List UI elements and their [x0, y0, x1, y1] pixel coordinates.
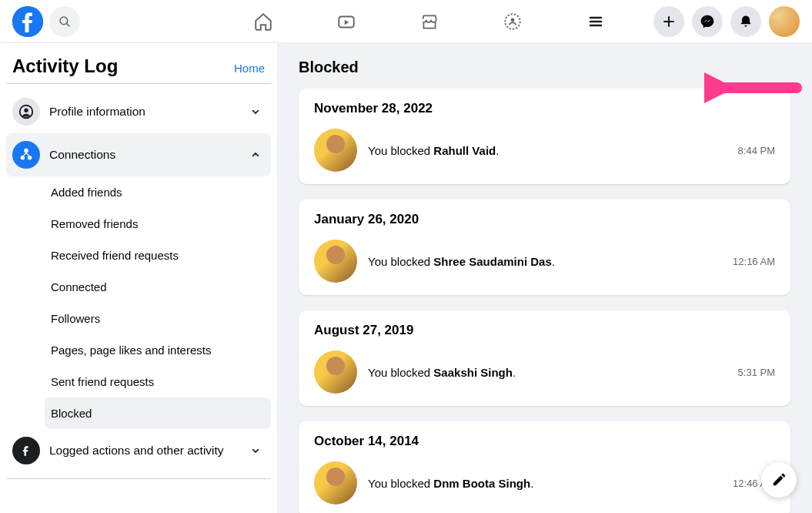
nav-marketplace[interactable] — [391, 3, 468, 40]
entry-time: 8:44 PM — [738, 145, 775, 156]
notifications-button[interactable] — [730, 6, 761, 37]
create-button[interactable] — [653, 6, 684, 37]
facebook-logo[interactable] — [12, 6, 43, 37]
sidebar-label: Logged actions and other activity — [49, 443, 240, 458]
logged-actions-icon — [12, 437, 40, 464]
svg-point-13 — [24, 149, 28, 153]
sub-item-sent-requests[interactable]: Sent friend requests — [45, 366, 271, 397]
entry-avatar[interactable] — [314, 240, 357, 283]
top-nav — [0, 0, 812, 43]
messenger-icon — [700, 14, 715, 29]
nav-watch[interactable] — [308, 3, 385, 40]
svg-line-17 — [26, 153, 29, 156]
groups-icon — [503, 12, 523, 32]
profile-icon — [12, 98, 40, 126]
marketplace-icon — [419, 12, 439, 32]
page-title: Blocked — [299, 59, 790, 76]
search-icon — [58, 15, 72, 28]
blocked-entry-card: January 26, 2020You blocked Shree Saudam… — [299, 200, 790, 295]
nav-groups[interactable] — [474, 3, 551, 40]
entry-date: January 26, 2020 — [314, 212, 775, 227]
home-icon — [253, 12, 273, 32]
blocked-entry-card: November 28, 2022You blocked Rahull Vaid… — [299, 89, 790, 184]
svg-line-16 — [23, 153, 26, 156]
sub-item-removed-friends[interactable]: Removed friends — [45, 208, 271, 240]
profile-avatar[interactable] — [769, 6, 800, 37]
sub-item-connected[interactable]: Connected — [45, 271, 271, 303]
entry-time: 12:16 AM — [733, 256, 775, 267]
nav-home[interactable] — [225, 3, 302, 40]
blocked-entry-card: August 27, 2019You blocked Saakshi Singh… — [299, 310, 790, 406]
connections-icon — [12, 141, 40, 169]
menu-icon — [586, 12, 605, 31]
chevron-down-icon — [249, 106, 265, 118]
svg-point-15 — [28, 156, 32, 160]
sub-item-followers[interactable]: Followers — [45, 303, 271, 334]
entry-date: October 14, 2014 — [314, 434, 775, 449]
home-link[interactable]: Home — [234, 62, 265, 75]
sidebar-item-connections[interactable]: Connections — [6, 133, 271, 176]
sidebar-item-logged-actions[interactable]: Logged actions and other activity — [6, 429, 271, 472]
entry-avatar[interactable] — [314, 461, 357, 505]
svg-point-14 — [21, 156, 25, 160]
entry-text: You blocked Dnm Boota Singh. — [368, 477, 722, 490]
search-button[interactable] — [49, 6, 80, 37]
entry-avatar[interactable] — [314, 350, 357, 394]
entry-text: You blocked Rahull Vaid. — [368, 144, 727, 157]
entry-date: August 27, 2019 — [314, 323, 775, 338]
entry-text: You blocked Saakshi Singh. — [368, 366, 727, 379]
sidebar-label: Connections — [49, 147, 240, 162]
entry-time: 5:31 PM — [738, 367, 775, 378]
sidebar-label: Profile information — [49, 104, 240, 119]
sidebar-title: Activity Log — [12, 55, 118, 77]
entry-date: November 28, 2022 — [314, 101, 775, 116]
edit-icon — [770, 471, 787, 488]
nav-menu[interactable] — [557, 3, 634, 40]
connections-sub-list: Added friends Removed friends Received f… — [6, 176, 271, 429]
svg-point-12 — [24, 108, 28, 112]
messenger-button[interactable] — [692, 6, 723, 37]
bell-icon — [738, 14, 754, 29]
sub-item-added-friends[interactable]: Added friends — [45, 176, 271, 208]
svg-line-2 — [67, 23, 69, 25]
compose-fab[interactable] — [761, 462, 797, 498]
chevron-up-icon — [249, 149, 265, 161]
watch-icon — [336, 12, 356, 32]
entry-avatar[interactable] — [314, 129, 357, 172]
sidebar: Activity Log Home Profile information Co… — [0, 43, 277, 513]
svg-point-5 — [510, 18, 514, 22]
sidebar-item-profile-info[interactable]: Profile information — [6, 90, 271, 133]
sub-item-received-requests[interactable]: Received friend requests — [45, 240, 271, 271]
sub-item-blocked[interactable]: Blocked — [45, 397, 271, 429]
chevron-down-icon — [249, 444, 265, 457]
entry-text: You blocked Shree Saudamini Das. — [368, 255, 722, 268]
blocked-entry-card: October 14, 2014You blocked Dnm Boota Si… — [299, 421, 790, 513]
main-content: Blocked November 28, 2022You blocked Rah… — [277, 43, 812, 513]
plus-icon — [662, 15, 676, 28]
sub-item-pages-likes[interactable]: Pages, page likes and interests — [45, 334, 271, 366]
